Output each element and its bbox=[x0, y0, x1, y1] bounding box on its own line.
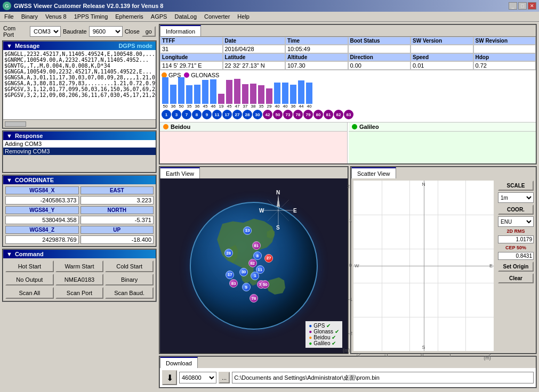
signal-bar-1: 36 bbox=[170, 85, 177, 109]
download-tab-header: Download bbox=[160, 357, 536, 368]
sat-num-78: 78 bbox=[293, 110, 303, 119]
menu-1pps[interactable]: 1PPS Timing bbox=[73, 13, 110, 20]
signal-bar-2: 50 bbox=[178, 77, 185, 109]
go-button[interactable]: go bbox=[142, 26, 156, 37]
menu-venus8[interactable]: Venus 8 bbox=[44, 13, 68, 20]
menu-binary[interactable]: Binary bbox=[20, 13, 39, 20]
horizontal-scrollbar[interactable] bbox=[3, 119, 156, 128]
cmd-btn-no-output[interactable]: No Output bbox=[5, 274, 54, 285]
legend-beidou-dot: ● bbox=[309, 334, 312, 340]
menu-datalog[interactable]: DataLog bbox=[173, 13, 198, 20]
download-panel: Download ⬇ 460800 115200 230400 921600 .… bbox=[159, 356, 537, 388]
clear-button[interactable]: Clear bbox=[498, 273, 534, 283]
cmd-btn-scan-all[interactable]: Scan All bbox=[5, 287, 54, 299]
tab-earth-view[interactable]: Earth View bbox=[160, 167, 200, 178]
ttff-value: 31 bbox=[160, 45, 223, 53]
menu-bar: File Binary Venus 8 1PPS Timing Ephemeri… bbox=[0, 12, 539, 22]
coor-select[interactable]: ENU NED bbox=[498, 216, 534, 227]
com-port-select[interactable]: COM3 COM1 COM2 COM4 bbox=[30, 26, 61, 37]
west-label: W bbox=[355, 263, 359, 268]
globe-sat-82: 82 bbox=[248, 259, 257, 267]
latitude-value: 22 32' 27.13" N bbox=[223, 61, 286, 70]
app-icon: G bbox=[3, 2, 11, 10]
download-icon[interactable]: ⬇ bbox=[162, 370, 177, 385]
command-content: Hot StartWarm StartCold StartNo OutputNM… bbox=[3, 258, 156, 301]
galileo-dot bbox=[352, 124, 357, 129]
response-panel: ▼ Response Adding COM3Removing COM3 bbox=[2, 130, 157, 173]
x-axis-n1: -1 bbox=[384, 352, 389, 357]
cmd-btn-cold-start[interactable]: Cold Start bbox=[105, 260, 154, 272]
set-origin-button[interactable]: Set Origin bbox=[498, 262, 534, 272]
cmd-btn-scan-port[interactable]: Scan Port bbox=[55, 287, 104, 299]
scale-select[interactable]: 1m 5m 10m bbox=[498, 192, 534, 203]
cmd-btn-scan-baud.[interactable]: Scan Baud. bbox=[105, 287, 154, 299]
time-label: Time bbox=[285, 37, 348, 45]
menu-file[interactable]: File bbox=[3, 13, 15, 20]
cmd-btn-warm-start[interactable]: Warm Start bbox=[55, 260, 104, 272]
galileo-label: Galileo bbox=[359, 124, 379, 130]
cmd-btn-binary[interactable]: Binary bbox=[105, 274, 154, 285]
command-title: Command bbox=[15, 251, 44, 257]
scatter-plot: N S W E 2 1 0 -1 -2 -2 -1 0 1 bbox=[353, 181, 494, 351]
cep-label: CEP 50% bbox=[498, 245, 534, 250]
svg-text:N: N bbox=[276, 190, 280, 195]
axis-v bbox=[424, 181, 424, 351]
maximize-button[interactable]: □ bbox=[518, 2, 527, 10]
coord-label-WGS84_Y: WGS84_Y bbox=[5, 206, 79, 214]
download-baud-select[interactable]: 460800 115200 230400 921600 bbox=[179, 372, 216, 383]
globe-sat-83: 83 bbox=[229, 279, 238, 288]
coor-button[interactable]: COOR. bbox=[498, 205, 534, 215]
cmd-btn-nmea0183[interactable]: NMEA0183 bbox=[55, 274, 104, 285]
message-text[interactable]: $GNGLL,2232.45217,N,11405.49524,E,100548… bbox=[3, 50, 156, 119]
signal-bar-15: 40 bbox=[281, 83, 289, 109]
browse-button[interactable]: ... bbox=[219, 372, 230, 383]
scatter-tab-header: Scatter View bbox=[351, 167, 536, 178]
response-line[interactable]: Removing COM3 bbox=[3, 148, 156, 155]
tab-scatter-view[interactable]: Scatter View bbox=[351, 167, 396, 178]
info-tab-panel: Information TTFF Date Time Boot Status S… bbox=[159, 24, 537, 165]
globe-sat-17: 17 bbox=[226, 271, 234, 279]
baudrate-select[interactable]: 9600 4800 19200 38400 115200 bbox=[89, 26, 123, 37]
globe-sat-13: 13 bbox=[243, 226, 252, 235]
bottom-row: Earth View bbox=[159, 166, 537, 354]
sat-num-30: 30 bbox=[253, 110, 262, 119]
coord-val-1-0: 5380494.358 bbox=[5, 216, 79, 224]
coordinate-panel-header: ▼ COORDINATE bbox=[3, 176, 156, 184]
response-arrow: ▼ bbox=[6, 133, 12, 139]
y-axis-unit: (m) bbox=[343, 348, 350, 353]
com-port-row: Com Port COM3 COM1 COM2 COM4 Baudrate 96… bbox=[2, 24, 157, 39]
response-line[interactable]: Adding COM3 bbox=[3, 140, 156, 148]
earth-legend: ● GPS ✔ ● Glonass ✔ ● Beidou ✔ bbox=[305, 321, 342, 348]
compass: N S W E bbox=[257, 189, 300, 232]
coordinate-content: WGS84_XEAST-2405863.3733.223WGS84_YNORTH… bbox=[3, 184, 156, 246]
scatter-panel: Scatter View bbox=[350, 166, 537, 354]
response-content: Adding COM3Removing COM3 bbox=[3, 140, 156, 172]
signal-bar-3: 35 bbox=[186, 85, 193, 109]
globe-sat-27: 27 bbox=[264, 254, 273, 263]
window-controls: _ □ ✕ bbox=[509, 2, 536, 10]
menu-ephemeris[interactable]: Ephemeris bbox=[114, 13, 145, 20]
sat-num-1: 1 bbox=[162, 110, 171, 119]
cmd-btn-hot-start[interactable]: Hot Start bbox=[5, 260, 54, 272]
menu-agps[interactable]: AGPS bbox=[149, 13, 169, 20]
beidou-dot bbox=[163, 124, 168, 129]
tab-download[interactable]: Download bbox=[160, 357, 198, 368]
close-button[interactable]: ✕ bbox=[528, 2, 536, 10]
scale-button[interactable]: SCALE bbox=[498, 181, 534, 191]
info-grid: TTFF Date Time Boot Status SW Version SW… bbox=[160, 36, 536, 70]
download-path-input[interactable] bbox=[232, 372, 534, 383]
minimize-button[interactable]: _ bbox=[509, 2, 517, 10]
menu-help[interactable]: Help bbox=[236, 13, 251, 20]
legend-galileo-check: ✔ bbox=[332, 340, 336, 346]
galileo-header: Galileo bbox=[349, 123, 536, 132]
globe-sat-30: 30 bbox=[239, 268, 248, 276]
tab-information[interactable]: Information bbox=[160, 25, 201, 36]
globe-sat-81: 81 bbox=[252, 241, 261, 250]
sw-revision-label: SW Revision bbox=[473, 37, 536, 45]
coordinate-title: COORDINATE bbox=[15, 177, 54, 183]
earth-tab-header: Earth View bbox=[160, 167, 348, 178]
menu-converter[interactable]: Converter bbox=[203, 13, 231, 20]
command-arrow: ▼ bbox=[6, 251, 12, 257]
message-panel-header: ▼ Message DGPS mode bbox=[3, 42, 156, 50]
longitude-value: 114 5' 29.71" E bbox=[160, 61, 223, 70]
